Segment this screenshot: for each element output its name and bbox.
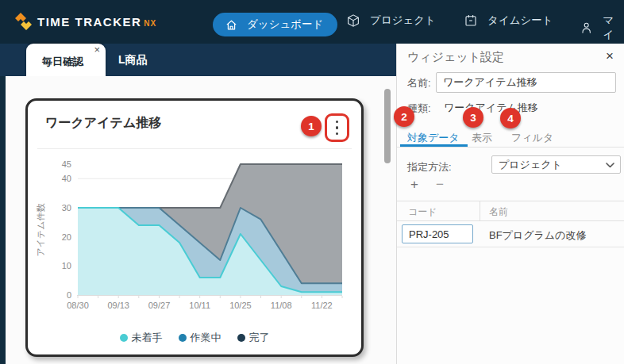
table-header-name: 名前 bbox=[489, 205, 508, 219]
nav-item-project[interactable]: プロジェクト bbox=[346, 13, 436, 28]
panel-tab-display[interactable]: 表示 bbox=[472, 131, 492, 145]
annotation-badge-2: 2 bbox=[394, 106, 414, 127]
nav-label-project: プロジェクト bbox=[370, 13, 436, 28]
nav-label-dashboard: ダッシュボード bbox=[247, 17, 323, 32]
table-header-border bbox=[397, 220, 624, 221]
panel-title: ウィジェット設定 bbox=[407, 50, 504, 65]
legend-item[interactable]: 未着手 bbox=[120, 331, 163, 345]
home-icon bbox=[225, 18, 238, 32]
svg-text:10/25: 10/25 bbox=[229, 301, 252, 310]
tab-l-product[interactable]: L商品 bbox=[118, 53, 148, 67]
widget-title: ワークアイテム推移 bbox=[45, 115, 161, 132]
svg-text:20: 20 bbox=[62, 232, 71, 242]
nav-item-my[interactable]: マイ bbox=[580, 13, 624, 42]
legend-dot bbox=[237, 334, 245, 342]
svg-text:30: 30 bbox=[62, 203, 71, 213]
left-rail bbox=[0, 76, 6, 364]
legend-item[interactable]: 完了 bbox=[237, 331, 270, 345]
svg-text:10: 10 bbox=[62, 261, 71, 270]
card-header-divider bbox=[37, 148, 352, 149]
tab-daily-check-label: 毎日確認 bbox=[26, 55, 99, 69]
workitem-chart: 0102030404508/3009/1309/2710/1110/2511/0… bbox=[33, 151, 362, 316]
svg-text:0: 0 bbox=[67, 290, 71, 300]
legend-label: 未着手 bbox=[132, 331, 163, 345]
project-name-cell: BFプログラムの改修 bbox=[489, 228, 586, 243]
svg-text:アイテム件数: アイテム件数 bbox=[36, 203, 45, 256]
svg-text:11/08: 11/08 bbox=[271, 301, 292, 310]
legend-dot bbox=[120, 334, 128, 342]
method-select[interactable]: プロジェクト bbox=[491, 155, 621, 174]
brand-name: TIME TRACKER bbox=[37, 15, 141, 29]
kebab-icon bbox=[336, 121, 339, 124]
svg-text:08/30: 08/30 bbox=[67, 301, 89, 310]
nav-item-dashboard[interactable]: ダッシュボード bbox=[213, 13, 337, 36]
tabs-divider bbox=[397, 147, 624, 148]
table-top-border bbox=[397, 201, 624, 201]
widget-name-input[interactable] bbox=[436, 72, 616, 93]
nav-label-timesheet: タイムシート bbox=[487, 13, 553, 28]
method-select-value: プロジェクト bbox=[499, 158, 562, 172]
nav-label-my: マイ bbox=[603, 13, 624, 42]
app-window: TIME TRACKERNX ダッシュボード プロジェクト タイムシート マイ bbox=[0, 0, 624, 364]
brand-suffix: NX bbox=[144, 19, 156, 28]
svg-text:45: 45 bbox=[62, 159, 71, 169]
table-header-code: コード bbox=[408, 205, 437, 219]
widget-kebab-menu-button[interactable] bbox=[325, 113, 349, 142]
svg-text:10/11: 10/11 bbox=[189, 301, 210, 310]
timetracker-logo-icon bbox=[13, 10, 34, 33]
chevron-down-icon bbox=[606, 163, 614, 168]
panel-close-icon[interactable]: × bbox=[606, 48, 614, 64]
tab-daily-check[interactable]: 毎日確認 × bbox=[26, 44, 106, 76]
svg-text:11/22: 11/22 bbox=[311, 301, 333, 310]
widget-settings-panel: ウィジェット設定 × 名前: 種類: ワークアイテム推移 2 3 4 対象データ… bbox=[396, 44, 624, 364]
table-column-divider bbox=[480, 201, 480, 220]
legend-dot bbox=[179, 334, 187, 342]
legend-label: 作業中 bbox=[191, 331, 221, 345]
cube-icon bbox=[346, 13, 360, 28]
svg-text:09/13: 09/13 bbox=[107, 301, 129, 310]
add-row-button[interactable]: + bbox=[406, 176, 423, 193]
type-field-value: ワークアイテム推移 bbox=[444, 101, 538, 115]
workitem-chart-svg: 0102030404508/3009/1309/2710/1110/2511/0… bbox=[33, 151, 362, 316]
tab-close-icon[interactable]: × bbox=[94, 44, 100, 56]
panel-tab-target-data[interactable]: 対象データ bbox=[407, 131, 460, 145]
brand-text: TIME TRACKERNX bbox=[37, 15, 156, 29]
dashboard-tabbar: 毎日確認 × L商品 ウィジェットを追加 bbox=[0, 44, 396, 76]
chart-legend: 未着手作業中完了 bbox=[28, 331, 361, 345]
remove-row-button[interactable]: − bbox=[431, 176, 449, 193]
svg-text:40: 40 bbox=[62, 174, 71, 183]
workitem-widget-card: ワークアイテム推移 1 0102030404508/3009/1309/2710… bbox=[25, 98, 364, 357]
annotation-badge-4: 4 bbox=[500, 108, 521, 128]
person-icon bbox=[580, 21, 593, 35]
calendar-icon bbox=[464, 13, 478, 28]
annotation-badge-1: 1 bbox=[301, 116, 322, 136]
vertical-scrollbar-thumb[interactable] bbox=[384, 89, 391, 163]
nav-item-timesheet[interactable]: タイムシート bbox=[464, 13, 553, 28]
svg-text:09/27: 09/27 bbox=[148, 301, 171, 310]
top-navbar: TIME TRACKERNX ダッシュボード プロジェクト タイムシート マイ bbox=[0, 0, 624, 44]
table-row-border bbox=[397, 247, 624, 247]
panel-tab-filter[interactable]: フィルタ bbox=[511, 131, 553, 145]
annotation-badge-3: 3 bbox=[463, 107, 483, 128]
legend-item[interactable]: 作業中 bbox=[179, 331, 221, 345]
legend-label: 完了 bbox=[249, 331, 270, 345]
method-field-label: 指定方法: bbox=[407, 160, 452, 174]
project-code-cell[interactable] bbox=[402, 224, 473, 243]
name-field-label: 名前: bbox=[407, 76, 431, 90]
